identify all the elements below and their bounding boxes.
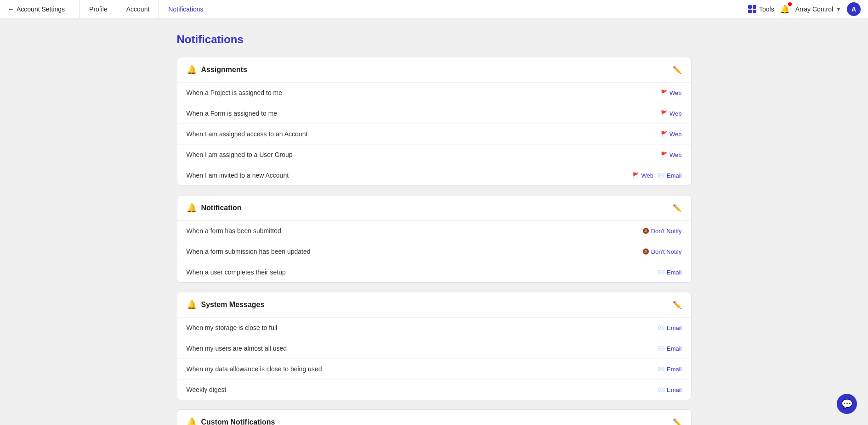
web-badge-label: Web (669, 151, 682, 158)
row-badges: ✉️Email (658, 386, 682, 393)
email-badge-icon: ✉️ (658, 386, 665, 393)
row-badges: 🚩Web (661, 151, 682, 158)
back-button[interactable]: ← Account Settings (7, 5, 65, 13)
row-label: When I am invited to a new Account (187, 172, 289, 179)
tools-icon (748, 5, 756, 13)
web-badge: 🚩Web (632, 172, 653, 179)
row-label: When I am assigned to a User Group (187, 151, 293, 158)
email-badge-icon: ✉️ (658, 345, 665, 352)
muted-badge-label: Don't Notify (651, 248, 682, 255)
notification-title-row: 🔔Notification (187, 203, 242, 213)
email-badge: ✉️Email (658, 172, 682, 179)
custom-notifications-header: 🔔Custom Notifications✏️ (177, 410, 691, 425)
muted-badge-icon: 🔕 (642, 228, 649, 234)
row-badges: 🚩Web (661, 89, 682, 96)
email-badge-label: Email (667, 172, 682, 179)
email-badge: ✉️Email (658, 324, 682, 331)
notification-row: When my users are almost all used✉️Email (177, 338, 691, 359)
header: ← Account Settings ProfileAccountNotific… (0, 0, 868, 18)
header-nav: ProfileAccountNotifications (79, 0, 213, 18)
system-messages-title: System Messages (201, 301, 265, 309)
row-label: When a Project is assigned to me (187, 89, 283, 96)
email-badge-label: Email (667, 269, 682, 276)
section-assignments: 🔔Assignments✏️When a Project is assigned… (177, 57, 692, 186)
row-label: When my storage is close to full (187, 324, 278, 331)
web-badge-icon: 🚩 (632, 172, 639, 179)
notification-row: When I am assigned access to an Account🚩… (177, 124, 691, 145)
assignments-edit-icon[interactable]: ✏️ (673, 66, 682, 74)
nav-item-account[interactable]: Account (117, 0, 159, 18)
notification-row: When a Project is assigned to me🚩Web (177, 83, 691, 103)
tools-label: Tools (759, 6, 774, 13)
tools-button[interactable]: Tools (748, 5, 774, 13)
chat-bubble-button[interactable]: 💬 (837, 394, 857, 414)
email-badge: ✉️Email (658, 366, 682, 373)
avatar-text: A (851, 6, 856, 13)
row-badges: 🚩Web✉️Email (632, 172, 681, 179)
row-badges: ✉️Email (658, 366, 682, 373)
row-label: When a user completes their setup (187, 268, 286, 276)
custom-notifications-title-row: 🔔Custom Notifications (187, 417, 275, 425)
assignments-title: Assignments (201, 66, 247, 74)
notification-bell[interactable]: 🔔 (780, 4, 790, 14)
chat-icon: 💬 (841, 398, 853, 409)
notification-row: When a Form is assigned to me🚩Web (177, 103, 691, 124)
system-messages-header: 🔔System Messages✏️ (177, 292, 691, 318)
notification-edit-icon[interactable]: ✏️ (673, 204, 682, 212)
web-badge-label: Web (669, 89, 682, 96)
notification-row: When I am assigned to a User Group🚩Web (177, 145, 691, 165)
notification-badge (788, 2, 792, 6)
muted-badge: 🔕Don't Notify (642, 248, 682, 255)
main-content: Notifications 🔔Assignments✏️When a Proje… (159, 18, 710, 425)
web-badge-label: Web (669, 131, 682, 138)
notification-row: When I am invited to a new Account🚩Web✉️… (177, 165, 691, 185)
notification-header: 🔔Notification✏️ (177, 196, 691, 221)
nav-item-profile[interactable]: Profile (79, 0, 117, 18)
row-label: When a form has been submitted (187, 227, 281, 235)
row-badges: 🔕Don't Notify (642, 248, 682, 255)
email-badge-label: Email (667, 324, 682, 331)
row-label: When my data allowance is close to being… (187, 365, 322, 373)
section-system-messages: 🔔System Messages✏️When my storage is clo… (177, 292, 692, 400)
row-label: When a form submission has been updated (187, 248, 311, 255)
web-badge-icon: 🚩 (661, 110, 668, 117)
custom-notifications-edit-icon[interactable]: ✏️ (673, 418, 682, 425)
chevron-down-icon: ▼ (836, 6, 841, 12)
web-badge-icon: 🚩 (661, 131, 668, 137)
row-badges: ✉️Email (658, 324, 682, 331)
email-badge-icon: ✉️ (658, 366, 665, 372)
muted-badge-icon: 🔕 (642, 248, 649, 255)
email-badge-label: Email (667, 386, 682, 393)
email-badge: ✉️Email (658, 386, 682, 393)
web-badge: 🚩Web (661, 131, 682, 138)
system-messages-bell-icon: 🔔 (187, 300, 197, 310)
web-badge: 🚩Web (661, 89, 682, 96)
notification-row: When my data allowance is close to being… (177, 359, 691, 380)
row-label: When my users are almost all used (187, 345, 287, 352)
web-badge-label: Web (669, 110, 682, 117)
system-messages-title-row: 🔔System Messages (187, 300, 265, 310)
nav-item-notifications[interactable]: Notifications (159, 0, 213, 18)
web-badge-icon: 🚩 (661, 151, 668, 158)
avatar[interactable]: A (847, 2, 861, 16)
email-badge-icon: ✉️ (658, 324, 665, 331)
email-badge: ✉️Email (658, 345, 682, 352)
notification-row: When a user completes their setup✉️Email (177, 262, 691, 282)
row-badges: 🔕Don't Notify (642, 228, 682, 235)
back-arrow-icon: ← (7, 5, 15, 13)
muted-badge-label: Don't Notify (651, 228, 682, 235)
web-badge: 🚩Web (661, 151, 682, 158)
notification-title: Notification (201, 204, 242, 212)
notification-row: When a form submission has been updated🔕… (177, 241, 691, 262)
custom-notifications-bell-icon: 🔔 (187, 417, 197, 425)
web-badge: 🚩Web (661, 110, 682, 117)
email-badge-label: Email (667, 366, 682, 373)
back-label: Account Settings (17, 6, 65, 13)
account-control[interactable]: Array Control ▼ (795, 6, 841, 13)
sections-container: 🔔Assignments✏️When a Project is assigned… (177, 57, 692, 425)
system-messages-edit-icon[interactable]: ✏️ (673, 301, 682, 309)
notification-bell-icon: 🔔 (187, 203, 197, 213)
row-label: When a Form is assigned to me (187, 110, 278, 117)
section-custom-notifications: 🔔Custom Notifications✏️ (177, 409, 692, 425)
assignments-title-row: 🔔Assignments (187, 65, 247, 75)
